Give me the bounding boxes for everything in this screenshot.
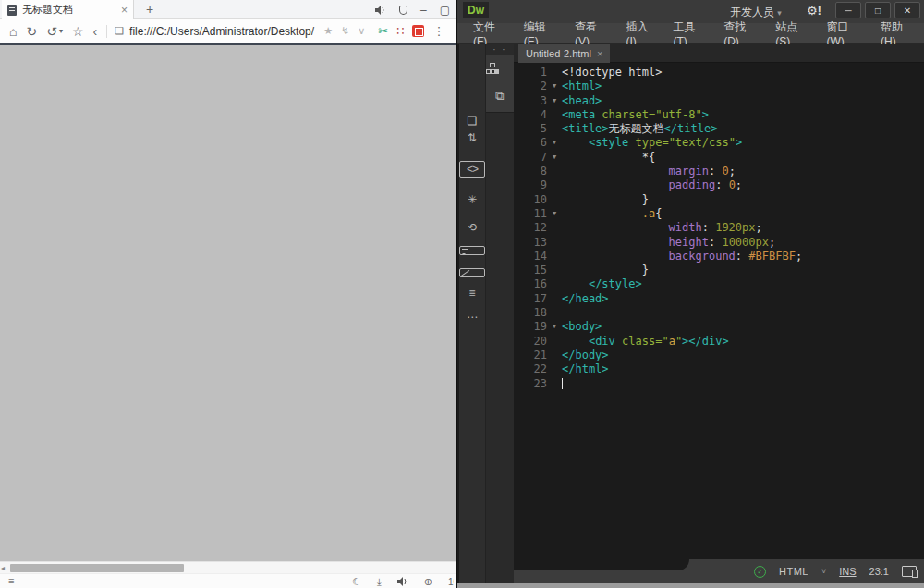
fold-gutter [547,108,562,122]
bookmark-star-icon[interactable]: ★ [323,25,333,37]
flash-icon[interactable]: ↯ [341,25,349,37]
code-line[interactable]: 20 <div class="a"></div> [514,335,924,349]
code-line[interactable]: 19▼<body> [514,320,924,334]
code-editor[interactable]: 1<!doctype html>2▼<html>3▼<head>4<meta c… [514,63,924,559]
format-source-icon[interactable]: ≡ [459,287,485,300]
night-mode-icon[interactable]: ☾ [352,576,361,588]
code-line[interactable]: 7▼ *{ [514,151,924,165]
new-tab-button[interactable]: + [141,2,158,18]
line-number: 17 [514,292,547,306]
document-tab-close-icon[interactable]: × [597,48,602,59]
code-line[interactable]: 16 </style> [514,277,924,291]
refresh-orbit-icon[interactable]: ⟲ [459,221,485,234]
code-line[interactable]: 15 } [514,263,924,277]
browser-tab[interactable]: 无标题文档 × [2,0,134,19]
dock-collapse-dots[interactable]: · · [486,44,514,55]
minimize-icon[interactable]: – [420,4,427,17]
fold-arrow-icon[interactable]: ▼ [547,94,562,108]
zoom-in-icon[interactable]: ⊕ [424,576,432,588]
dw-logo: Dw [463,2,489,18]
code-line[interactable]: 22</html> [514,362,924,376]
sync-settings-button[interactable]: ⚙! [807,4,821,18]
apps-grid-icon[interactable]: ∷ [396,24,404,38]
scrollbar-thumb[interactable] [10,564,184,572]
dw-maximize-icon[interactable]: □ [865,2,891,18]
fold-arrow-icon[interactable]: ▼ [547,136,562,150]
code-view-icon[interactable]: <> [459,161,485,178]
notes-icon[interactable]: ≡ [8,575,14,586]
remove-comment-icon[interactable] [459,268,485,277]
code-line[interactable]: 5<title>无标题文档</title> [514,122,924,136]
code-line[interactable]: 1<!doctype html> [514,66,924,80]
dw-close-icon[interactable]: ✕ [894,2,920,18]
extensions-icon[interactable]: ✳ [459,193,485,206]
fold-arrow-icon[interactable]: ▼ [547,320,562,334]
address-bar[interactable]: file:///C:/Users/Administrator/Desktop/ [129,25,314,38]
code-line[interactable]: 8 margin: 0; [514,165,924,178]
menu-item-5[interactable]: 查找(D) [715,19,767,48]
fold-arrow-icon[interactable]: ▼ [547,80,562,93]
favorites-star-icon[interactable]: ☆ [72,24,84,39]
code-line[interactable]: 9 padding: 0; [514,178,924,192]
menu-item-1[interactable]: 编辑(E) [516,19,566,48]
live-preview-icon[interactable] [902,566,917,577]
image-viewer-icon[interactable] [412,25,424,37]
refresh-icon[interactable]: ↻ [26,24,37,39]
code-line[interactable]: 10 } [514,193,924,207]
more-tools-icon[interactable]: ⋯ [459,311,485,324]
menu-item-8[interactable]: 帮助(H) [872,19,924,48]
code-line[interactable]: 2▼<html> [514,80,924,93]
workspace-switcher[interactable]: 开发人员 ▾ [730,5,782,20]
new-file-icon[interactable]: ❏ [459,115,485,128]
file-updown-icon[interactable]: ⇅ [459,131,485,144]
dw-minimize-icon[interactable]: ─ [835,2,861,18]
code-line[interactable]: 17</head> [514,292,924,306]
language-mode[interactable]: HTML [779,566,808,577]
maximize-icon[interactable]: ▢ [440,4,450,17]
menu-item-0[interactable]: 文件(F) [465,19,516,48]
line-number: 15 [514,263,547,277]
code-line[interactable]: 6▼ <style type="text/css"> [514,136,924,150]
code-line[interactable]: 23 [514,377,924,391]
browser-tab-bar: 无标题文档 × + –▢ [0,0,456,19]
scissors-icon[interactable]: ✂ [378,24,388,38]
menu-item-7[interactable]: 窗口(W) [819,19,872,48]
apply-comment-icon[interactable] [459,246,485,255]
tab-close-icon[interactable]: × [121,4,128,17]
insert-mode-indicator[interactable]: INS [839,566,856,577]
back-chevron-icon[interactable]: ‹ [93,24,98,39]
dom-panel-icon[interactable] [486,63,514,74]
line-number: 4 [514,108,547,122]
fold-arrow-icon[interactable]: ▼ [547,151,562,165]
download-icon[interactable]: ⤓ [377,576,382,588]
collapse-caret-icon[interactable]: ∨ [358,25,365,37]
document-tab[interactable]: Untitled-2.html × [518,44,610,63]
line-number: 5 [514,122,547,136]
line-number: 6 [514,136,547,150]
menu-item-2[interactable]: 查看(V) [566,19,617,48]
undo-icon[interactable]: ↺ [46,24,57,39]
shield-icon[interactable] [399,6,407,15]
code-line[interactable]: 11▼ .a{ [514,207,924,221]
sound-icon[interactable] [397,577,408,586]
code-line[interactable]: 14 background: #BFBFBF; [514,250,924,263]
snippets-panel-icon[interactable]: ⧉ [486,89,514,104]
code-line[interactable]: 12 width: 1920px; [514,221,924,235]
undo-dropdown-icon[interactable]: ▾ [59,27,63,35]
code-line[interactable]: 18 [514,306,924,320]
page-content[interactable] [0,45,456,561]
menu-dots-icon[interactable]: ⋮ [432,24,444,38]
scroll-left-arrow-icon[interactable]: ◂ [1,564,5,572]
home-icon[interactable]: ⌂ [9,24,17,39]
code-line[interactable]: 13 height: 10000px; [514,236,924,250]
code-line[interactable]: 21</body> [514,349,924,362]
menu-item-6[interactable]: 站点(S) [767,19,818,48]
menu-item-3[interactable]: 插入(I) [617,19,664,48]
code-line[interactable]: 4<meta charset="utf-8"> [514,108,924,122]
menu-item-4[interactable]: 工具(T) [664,19,715,48]
horizontal-scrollbar[interactable]: ◂ [0,561,456,573]
code-line[interactable]: 3▼<head> [514,94,924,108]
sound-notify-icon[interactable] [375,6,386,15]
language-dropdown-icon[interactable]: ˅ [821,567,826,576]
fold-arrow-icon[interactable]: ▼ [547,207,562,221]
